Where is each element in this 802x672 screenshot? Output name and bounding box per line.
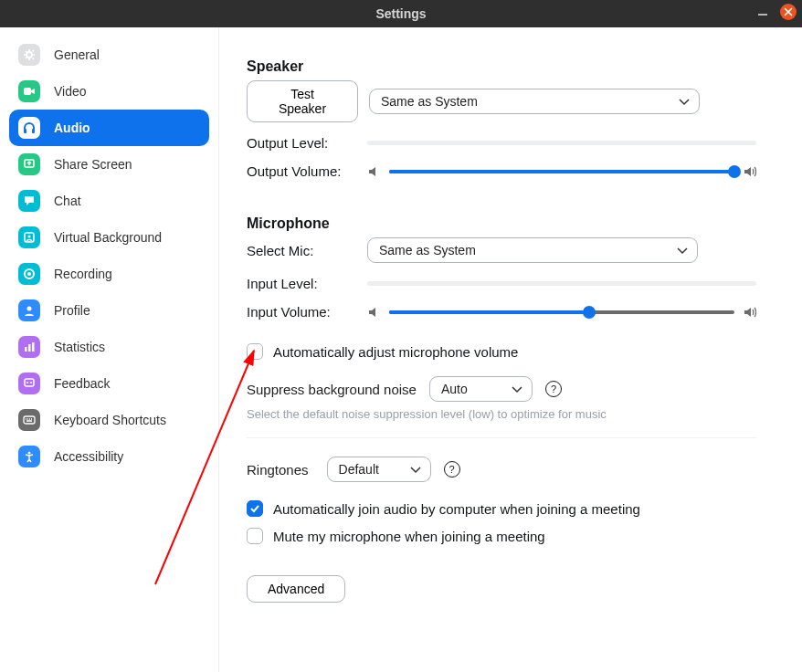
auto-adjust-mic-label: Automatically adjust microphone volume xyxy=(273,344,518,360)
svg-rect-10 xyxy=(25,347,27,352)
titlebar: Settings xyxy=(0,0,802,27)
sidebar-item-audio[interactable]: Audio xyxy=(9,110,209,146)
sidebar-item-label: Share Screen xyxy=(54,157,132,172)
mic-device-select[interactable]: Same as System xyxy=(367,237,698,263)
microphone-heading: Microphone xyxy=(247,215,756,232)
headphones-icon xyxy=(18,117,40,139)
input-volume-slider[interactable] xyxy=(389,310,734,314)
sidebar-item-keyboard-shortcuts[interactable]: Keyboard Shortcuts xyxy=(9,402,209,438)
sidebar-item-profile[interactable]: Profile xyxy=(9,292,209,329)
ringtones-select[interactable]: Default xyxy=(327,457,431,482)
sidebar-item-chat[interactable]: Chat xyxy=(9,183,209,219)
sidebar-item-accessibility[interactable]: Accessibility xyxy=(9,438,209,475)
accessibility-icon xyxy=(18,446,40,467)
svg-point-0 xyxy=(26,52,32,58)
video-icon xyxy=(18,80,40,102)
speaker-low-icon xyxy=(367,306,380,319)
sidebar-item-label: Feedback xyxy=(54,376,110,391)
speaker-device-value: Same as System xyxy=(381,94,478,109)
sidebar-item-label: Accessibility xyxy=(54,449,123,464)
select-mic-label: Select Mic: xyxy=(247,243,367,258)
profile-icon xyxy=(18,299,40,321)
svg-point-17 xyxy=(28,452,31,455)
svg-rect-16 xyxy=(24,416,35,424)
content-pane: Speaker Test Speaker Same as System Outp… xyxy=(219,27,802,672)
suppress-help-text: Select the default noise suppression lev… xyxy=(247,407,756,421)
sidebar-item-feedback[interactable]: Feedback xyxy=(9,365,209,402)
svg-point-6 xyxy=(28,236,31,238)
chevron-down-icon xyxy=(677,243,688,257)
sidebar-item-label: Keyboard Shortcuts xyxy=(54,413,166,427)
input-level-meter xyxy=(367,281,756,286)
svg-point-14 xyxy=(26,382,28,383)
sidebar-item-label: Statistics xyxy=(54,340,105,354)
output-volume-label: Output Volume: xyxy=(247,163,367,179)
sidebar-item-virtual-background[interactable]: Virtual Background xyxy=(9,219,209,256)
svg-rect-12 xyxy=(32,342,35,352)
sidebar-item-statistics[interactable]: Statistics xyxy=(9,329,209,365)
svg-rect-1 xyxy=(24,88,31,95)
stats-icon xyxy=(18,336,40,358)
keyboard-icon xyxy=(18,409,40,431)
slider-thumb[interactable] xyxy=(583,306,596,319)
svg-rect-11 xyxy=(28,344,31,352)
info-icon[interactable]: ? xyxy=(444,461,460,478)
suppress-noise-select[interactable]: Auto xyxy=(429,376,533,402)
auto-join-audio-label: Automatically join audio by computer whe… xyxy=(273,501,640,517)
chevron-down-icon xyxy=(679,94,690,109)
svg-point-15 xyxy=(30,382,32,383)
output-level-meter xyxy=(367,141,756,145)
sidebar: GeneralVideoAudioShare ScreenChatVirtual… xyxy=(0,27,219,672)
sidebar-item-label: Video xyxy=(54,84,87,99)
input-volume-label: Input Volume: xyxy=(247,304,367,320)
chevron-down-icon xyxy=(410,462,421,477)
sidebar-item-share-screen[interactable]: Share Screen xyxy=(9,146,209,183)
record-icon xyxy=(18,263,40,285)
advanced-button[interactable]: Advanced xyxy=(247,575,345,603)
input-level-label: Input Level: xyxy=(247,276,367,291)
sidebar-item-video[interactable]: Video xyxy=(9,73,209,110)
feedback-icon xyxy=(18,373,40,394)
speaker-high-icon xyxy=(744,165,756,178)
test-speaker-button[interactable]: Test Speaker xyxy=(247,80,358,122)
gear-icon xyxy=(18,44,40,66)
mic-device-value: Same as System xyxy=(379,243,476,257)
sidebar-item-general[interactable]: General xyxy=(9,37,209,73)
ringtones-label: Ringtones xyxy=(247,462,309,478)
mute-on-join-label: Mute my microphone when joining a meetin… xyxy=(273,529,545,544)
output-volume-slider[interactable] xyxy=(389,170,734,173)
close-button[interactable] xyxy=(780,4,797,20)
auto-adjust-mic-checkbox[interactable] xyxy=(247,343,263,360)
chat-icon xyxy=(18,190,40,212)
svg-rect-13 xyxy=(25,379,34,386)
share-icon xyxy=(18,153,40,175)
auto-join-audio-checkbox[interactable] xyxy=(247,500,263,517)
svg-point-8 xyxy=(27,272,31,276)
window-title: Settings xyxy=(375,6,426,21)
speaker-low-icon xyxy=(367,165,380,178)
ringtones-value: Default xyxy=(339,462,379,477)
slider-thumb[interactable] xyxy=(728,165,741,178)
chevron-down-icon xyxy=(512,382,522,396)
svg-rect-2 xyxy=(24,129,26,133)
vb-icon xyxy=(18,226,40,248)
svg-rect-3 xyxy=(32,129,35,133)
suppress-noise-value: Auto xyxy=(441,382,468,396)
speaker-heading: Speaker xyxy=(247,58,756,75)
sidebar-item-recording[interactable]: Recording xyxy=(9,256,209,292)
sidebar-item-label: General xyxy=(54,47,100,62)
divider xyxy=(247,437,756,438)
sidebar-item-label: Chat xyxy=(54,194,81,208)
output-level-label: Output Level: xyxy=(247,135,367,151)
info-icon[interactable]: ? xyxy=(545,381,562,397)
suppress-noise-label: Suppress background noise xyxy=(247,382,417,397)
mute-on-join-checkbox[interactable] xyxy=(247,528,263,544)
sidebar-item-label: Virtual Background xyxy=(54,230,162,245)
speaker-device-select[interactable]: Same as System xyxy=(369,89,700,114)
sidebar-item-label: Recording xyxy=(54,267,112,281)
sidebar-item-label: Profile xyxy=(54,303,90,318)
svg-point-9 xyxy=(27,307,32,311)
minimize-button[interactable] xyxy=(758,14,767,16)
sidebar-item-label: Audio xyxy=(54,121,90,135)
speaker-high-icon xyxy=(744,306,756,319)
